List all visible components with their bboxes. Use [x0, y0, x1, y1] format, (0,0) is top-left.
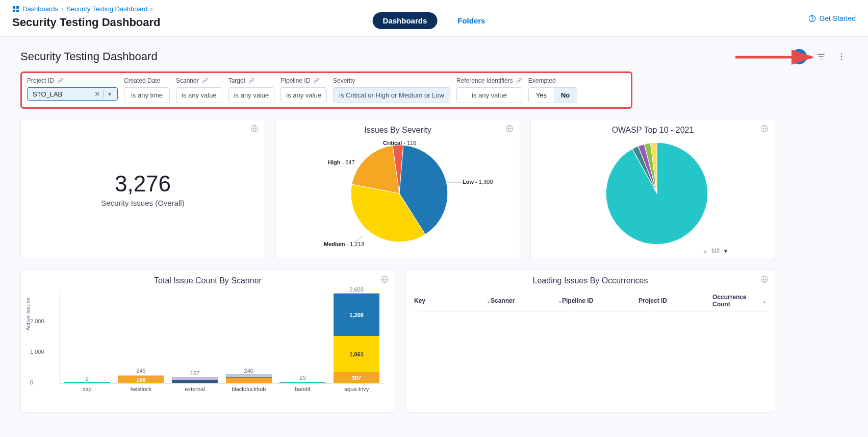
- cards-row-1: 3,276 Security Issues (Overall) Issues B…: [20, 119, 848, 259]
- get-started-label: Get Started: [819, 14, 856, 22]
- svg-point-11: [841, 56, 842, 57]
- chevron-down-icon[interactable]: ⌄: [487, 298, 491, 304]
- link-icon: [516, 78, 522, 84]
- svg-rect-1: [16, 6, 19, 9]
- dashboard-header: Security Testing Dashboard: [20, 49, 848, 64]
- col-key: Key: [414, 297, 425, 304]
- bar-column: 157external: [169, 377, 220, 383]
- globe-icon[interactable]: [760, 125, 769, 133]
- link-icon: [202, 78, 208, 84]
- bar-x-label: blackduckhub: [232, 386, 266, 392]
- filter-scanner: Scanner is any value: [176, 77, 222, 103]
- card-owasp-top-10: OWASP Top 10 - 2021 ▲ 1/2 ▼: [530, 119, 775, 259]
- filter-target: Target is any value: [228, 77, 275, 103]
- apps-icon[interactable]: [12, 6, 19, 13]
- filter-button[interactable]: [815, 51, 827, 63]
- filter-reference-identifiers: Reference Identifiers is any value: [456, 77, 522, 103]
- bar-total-label: 245: [136, 368, 145, 374]
- bar-column: 2,6033071,0611,208aqua-trivy: [331, 293, 382, 383]
- filter-icon: [816, 52, 826, 61]
- clear-icon[interactable]: ✕: [91, 90, 104, 98]
- annotation-arrow: [735, 47, 822, 67]
- help-icon: [808, 15, 816, 22]
- tab-dashboards[interactable]: Dashboards: [373, 12, 438, 29]
- bar-stack[interactable]: [172, 377, 218, 383]
- value-high: 647: [345, 159, 354, 165]
- refresh-button[interactable]: [792, 49, 807, 64]
- bar-segment: 188: [118, 376, 164, 383]
- card-security-issues-overall: 3,276 Security Issues (Overall): [20, 119, 265, 259]
- filter-label: Target: [228, 77, 245, 84]
- bar-x-label: external: [185, 386, 205, 392]
- created-date-input[interactable]: is any time: [124, 87, 170, 103]
- globe-icon[interactable]: [250, 125, 259, 133]
- exempted-yes[interactable]: Yes: [529, 88, 554, 103]
- leader-line: [445, 182, 466, 183]
- filter-severity: Severity is Critical or High or Medium o…: [333, 77, 450, 103]
- chevron-down-icon[interactable]: ⌄: [558, 298, 562, 304]
- severity-input[interactable]: is Critical or High or Medium or Low: [333, 87, 450, 103]
- project-id-input[interactable]: STO_LAB ✕ ▼: [27, 87, 118, 101]
- value-critical: 116: [407, 140, 416, 146]
- card-issues-by-severity: Issues By Severity Critical - 116 High -…: [275, 119, 520, 259]
- kpi-label: Security Issues (Overall): [101, 199, 184, 207]
- bar-segment: 307: [334, 372, 379, 383]
- link-icon: [313, 78, 319, 84]
- globe-icon[interactable]: [380, 275, 389, 283]
- project-id-value: STO_LAB: [33, 90, 62, 98]
- svg-rect-2: [13, 10, 15, 12]
- bar-x-label: bandit: [295, 386, 310, 392]
- bar-stack[interactable]: [226, 374, 272, 383]
- view-tabs: Dashboards Folders: [373, 12, 496, 29]
- bar-stack[interactable]: [64, 382, 110, 383]
- pager-prev[interactable]: ▲: [702, 248, 708, 255]
- bar-x-label: zap: [83, 386, 92, 392]
- svg-point-12: [841, 59, 842, 60]
- chevron-down-icon[interactable]: ▼: [104, 90, 115, 98]
- bar-segment: [172, 380, 218, 383]
- tab-folders[interactable]: Folders: [447, 12, 495, 29]
- reference-identifiers-input[interactable]: is any value: [456, 87, 522, 103]
- link-icon: [248, 78, 254, 84]
- globe-icon[interactable]: [760, 275, 769, 283]
- y-tick: 0: [30, 379, 33, 385]
- breadcrumb-current[interactable]: Security Testing Dashboard: [66, 5, 147, 13]
- pager-next[interactable]: ▼: [723, 248, 729, 255]
- scanner-input[interactable]: is any value: [176, 87, 222, 103]
- bar-total-label: 29: [299, 375, 305, 381]
- card-title: Issues By Severity: [282, 126, 514, 135]
- svg-point-5: [812, 20, 812, 20]
- bar-stack[interactable]: 188: [118, 375, 164, 383]
- exempted-no[interactable]: No: [554, 88, 577, 103]
- breadcrumb-root[interactable]: Dashboards: [22, 5, 58, 13]
- bar-total-label: 157: [190, 370, 199, 376]
- dashboard-actions: [792, 49, 848, 64]
- value-low: 1,300: [479, 179, 493, 185]
- globe-icon[interactable]: [505, 125, 514, 133]
- dashboard-title: Security Testing Dashboard: [20, 50, 158, 63]
- target-input[interactable]: is any value: [228, 87, 275, 103]
- kpi-value: 3,276: [115, 171, 171, 197]
- bar-stack[interactable]: 3071,0611,208: [334, 293, 379, 383]
- bar-stack[interactable]: [279, 382, 325, 383]
- cards-row-2: Total Issue Count By Scanner Active Issu…: [20, 270, 848, 412]
- pipeline-id-input[interactable]: is any value: [280, 87, 327, 103]
- filter-label: Severity: [333, 77, 355, 84]
- svg-line-17: [353, 236, 363, 243]
- card-title: Leading Issues By Occurrences: [412, 276, 769, 285]
- filter-exempted: Exempted Yes No: [528, 77, 578, 103]
- chart-pager: ▲ 1/2 ▼: [702, 248, 729, 255]
- leader-line: [353, 236, 364, 243]
- chevron-down-icon[interactable]: ⌄: [762, 298, 767, 304]
- col-pipeline: Pipeline ID: [562, 297, 593, 304]
- get-started-link[interactable]: Get Started: [808, 14, 856, 22]
- scanner-bar-chart: Active Issues 0 1,000 2,000 2zap245188tw…: [50, 290, 389, 398]
- col-occurrence: Occurrence Count: [712, 294, 759, 308]
- svg-rect-3: [16, 10, 19, 12]
- bar-x-label: twistlock: [131, 386, 152, 392]
- svg-point-10: [841, 54, 842, 55]
- bar-column: 29bandit: [277, 382, 328, 383]
- filter-label: Pipeline ID: [280, 77, 310, 84]
- more-button[interactable]: [835, 51, 848, 63]
- card-title: OWASP Top 10 - 2021: [537, 126, 769, 135]
